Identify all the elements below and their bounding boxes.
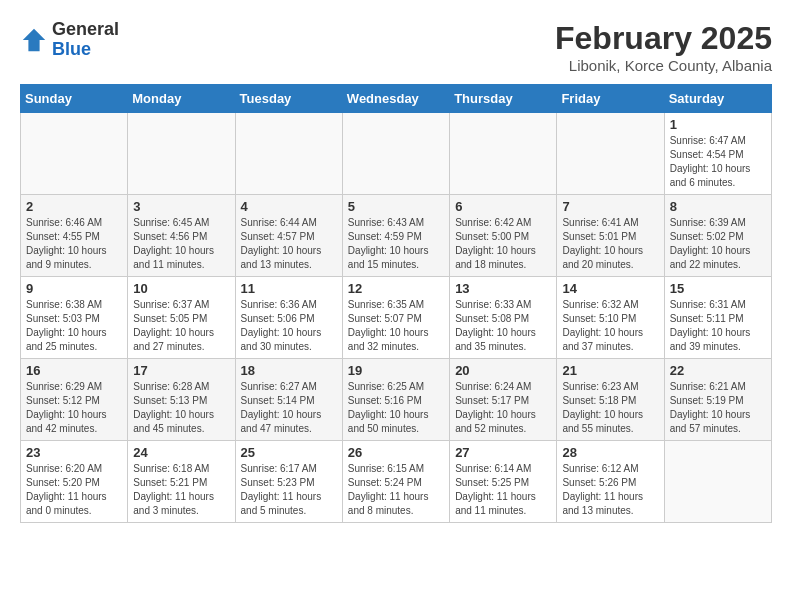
day-info: Sunrise: 6:24 AM Sunset: 5:17 PM Dayligh… — [455, 380, 551, 436]
header-friday: Friday — [557, 85, 664, 113]
day-info: Sunrise: 6:25 AM Sunset: 5:16 PM Dayligh… — [348, 380, 444, 436]
day-info: Sunrise: 6:21 AM Sunset: 5:19 PM Dayligh… — [670, 380, 766, 436]
calendar-cell — [450, 113, 557, 195]
day-number: 12 — [348, 281, 444, 296]
logo: General Blue — [20, 20, 119, 60]
calendar-cell — [128, 113, 235, 195]
day-info: Sunrise: 6:43 AM Sunset: 4:59 PM Dayligh… — [348, 216, 444, 272]
calendar-cell: 22Sunrise: 6:21 AM Sunset: 5:19 PM Dayli… — [664, 359, 771, 441]
day-number: 16 — [26, 363, 122, 378]
day-number: 8 — [670, 199, 766, 214]
calendar-cell: 3Sunrise: 6:45 AM Sunset: 4:56 PM Daylig… — [128, 195, 235, 277]
day-number: 25 — [241, 445, 337, 460]
day-info: Sunrise: 6:32 AM Sunset: 5:10 PM Dayligh… — [562, 298, 658, 354]
day-info: Sunrise: 6:41 AM Sunset: 5:01 PM Dayligh… — [562, 216, 658, 272]
day-info: Sunrise: 6:29 AM Sunset: 5:12 PM Dayligh… — [26, 380, 122, 436]
day-info: Sunrise: 6:44 AM Sunset: 4:57 PM Dayligh… — [241, 216, 337, 272]
header-saturday: Saturday — [664, 85, 771, 113]
day-number: 26 — [348, 445, 444, 460]
day-number: 3 — [133, 199, 229, 214]
calendar-cell — [557, 113, 664, 195]
calendar-cell: 24Sunrise: 6:18 AM Sunset: 5:21 PM Dayli… — [128, 441, 235, 523]
calendar-cell: 18Sunrise: 6:27 AM Sunset: 5:14 PM Dayli… — [235, 359, 342, 441]
day-info: Sunrise: 6:23 AM Sunset: 5:18 PM Dayligh… — [562, 380, 658, 436]
day-number: 9 — [26, 281, 122, 296]
logo-icon — [20, 26, 48, 54]
day-number: 7 — [562, 199, 658, 214]
calendar-cell: 10Sunrise: 6:37 AM Sunset: 5:05 PM Dayli… — [128, 277, 235, 359]
day-info: Sunrise: 6:46 AM Sunset: 4:55 PM Dayligh… — [26, 216, 122, 272]
week-row-4: 16Sunrise: 6:29 AM Sunset: 5:12 PM Dayli… — [21, 359, 772, 441]
calendar-cell: 21Sunrise: 6:23 AM Sunset: 5:18 PM Dayli… — [557, 359, 664, 441]
calendar-cell: 13Sunrise: 6:33 AM Sunset: 5:08 PM Dayli… — [450, 277, 557, 359]
logo-general-text: General — [52, 20, 119, 40]
day-number: 22 — [670, 363, 766, 378]
day-number: 15 — [670, 281, 766, 296]
calendar-cell — [21, 113, 128, 195]
day-info: Sunrise: 6:12 AM Sunset: 5:26 PM Dayligh… — [562, 462, 658, 518]
header-monday: Monday — [128, 85, 235, 113]
calendar-subtitle: Libonik, Korce County, Albania — [555, 57, 772, 74]
page-header: General Blue February 2025 Libonik, Korc… — [20, 20, 772, 74]
day-info: Sunrise: 6:27 AM Sunset: 5:14 PM Dayligh… — [241, 380, 337, 436]
day-number: 27 — [455, 445, 551, 460]
day-info: Sunrise: 6:37 AM Sunset: 5:05 PM Dayligh… — [133, 298, 229, 354]
calendar-header: SundayMondayTuesdayWednesdayThursdayFrid… — [21, 85, 772, 113]
day-info: Sunrise: 6:42 AM Sunset: 5:00 PM Dayligh… — [455, 216, 551, 272]
day-info: Sunrise: 6:39 AM Sunset: 5:02 PM Dayligh… — [670, 216, 766, 272]
calendar-cell: 25Sunrise: 6:17 AM Sunset: 5:23 PM Dayli… — [235, 441, 342, 523]
day-number: 13 — [455, 281, 551, 296]
calendar-cell: 19Sunrise: 6:25 AM Sunset: 5:16 PM Dayli… — [342, 359, 449, 441]
day-number: 19 — [348, 363, 444, 378]
day-info: Sunrise: 6:36 AM Sunset: 5:06 PM Dayligh… — [241, 298, 337, 354]
calendar-cell — [342, 113, 449, 195]
day-info: Sunrise: 6:35 AM Sunset: 5:07 PM Dayligh… — [348, 298, 444, 354]
day-number: 21 — [562, 363, 658, 378]
day-info: Sunrise: 6:47 AM Sunset: 4:54 PM Dayligh… — [670, 134, 766, 190]
day-info: Sunrise: 6:20 AM Sunset: 5:20 PM Dayligh… — [26, 462, 122, 518]
week-row-2: 2Sunrise: 6:46 AM Sunset: 4:55 PM Daylig… — [21, 195, 772, 277]
calendar-table: SundayMondayTuesdayWednesdayThursdayFrid… — [20, 84, 772, 523]
day-number: 14 — [562, 281, 658, 296]
day-info: Sunrise: 6:38 AM Sunset: 5:03 PM Dayligh… — [26, 298, 122, 354]
calendar-cell: 12Sunrise: 6:35 AM Sunset: 5:07 PM Dayli… — [342, 277, 449, 359]
calendar-cell: 23Sunrise: 6:20 AM Sunset: 5:20 PM Dayli… — [21, 441, 128, 523]
calendar-body: 1Sunrise: 6:47 AM Sunset: 4:54 PM Daylig… — [21, 113, 772, 523]
day-number: 18 — [241, 363, 337, 378]
header-tuesday: Tuesday — [235, 85, 342, 113]
week-row-5: 23Sunrise: 6:20 AM Sunset: 5:20 PM Dayli… — [21, 441, 772, 523]
calendar-cell: 28Sunrise: 6:12 AM Sunset: 5:26 PM Dayli… — [557, 441, 664, 523]
day-number: 5 — [348, 199, 444, 214]
calendar-cell: 16Sunrise: 6:29 AM Sunset: 5:12 PM Dayli… — [21, 359, 128, 441]
day-number: 23 — [26, 445, 122, 460]
calendar-cell: 17Sunrise: 6:28 AM Sunset: 5:13 PM Dayli… — [128, 359, 235, 441]
calendar-cell: 2Sunrise: 6:46 AM Sunset: 4:55 PM Daylig… — [21, 195, 128, 277]
day-info: Sunrise: 6:17 AM Sunset: 5:23 PM Dayligh… — [241, 462, 337, 518]
day-number: 20 — [455, 363, 551, 378]
calendar-cell: 26Sunrise: 6:15 AM Sunset: 5:24 PM Dayli… — [342, 441, 449, 523]
calendar-cell: 4Sunrise: 6:44 AM Sunset: 4:57 PM Daylig… — [235, 195, 342, 277]
day-info: Sunrise: 6:28 AM Sunset: 5:13 PM Dayligh… — [133, 380, 229, 436]
day-info: Sunrise: 6:18 AM Sunset: 5:21 PM Dayligh… — [133, 462, 229, 518]
header-wednesday: Wednesday — [342, 85, 449, 113]
calendar-cell: 8Sunrise: 6:39 AM Sunset: 5:02 PM Daylig… — [664, 195, 771, 277]
day-number: 1 — [670, 117, 766, 132]
calendar-cell: 27Sunrise: 6:14 AM Sunset: 5:25 PM Dayli… — [450, 441, 557, 523]
calendar-cell — [235, 113, 342, 195]
day-number: 4 — [241, 199, 337, 214]
day-number: 17 — [133, 363, 229, 378]
title-block: February 2025 Libonik, Korce County, Alb… — [555, 20, 772, 74]
calendar-title: February 2025 — [555, 20, 772, 57]
calendar-cell: 14Sunrise: 6:32 AM Sunset: 5:10 PM Dayli… — [557, 277, 664, 359]
calendar-cell: 5Sunrise: 6:43 AM Sunset: 4:59 PM Daylig… — [342, 195, 449, 277]
week-row-1: 1Sunrise: 6:47 AM Sunset: 4:54 PM Daylig… — [21, 113, 772, 195]
calendar-cell — [664, 441, 771, 523]
calendar-cell: 1Sunrise: 6:47 AM Sunset: 4:54 PM Daylig… — [664, 113, 771, 195]
day-number: 28 — [562, 445, 658, 460]
calendar-cell: 6Sunrise: 6:42 AM Sunset: 5:00 PM Daylig… — [450, 195, 557, 277]
day-number: 6 — [455, 199, 551, 214]
calendar-cell: 15Sunrise: 6:31 AM Sunset: 5:11 PM Dayli… — [664, 277, 771, 359]
day-number: 10 — [133, 281, 229, 296]
day-info: Sunrise: 6:45 AM Sunset: 4:56 PM Dayligh… — [133, 216, 229, 272]
header-row: SundayMondayTuesdayWednesdayThursdayFrid… — [21, 85, 772, 113]
